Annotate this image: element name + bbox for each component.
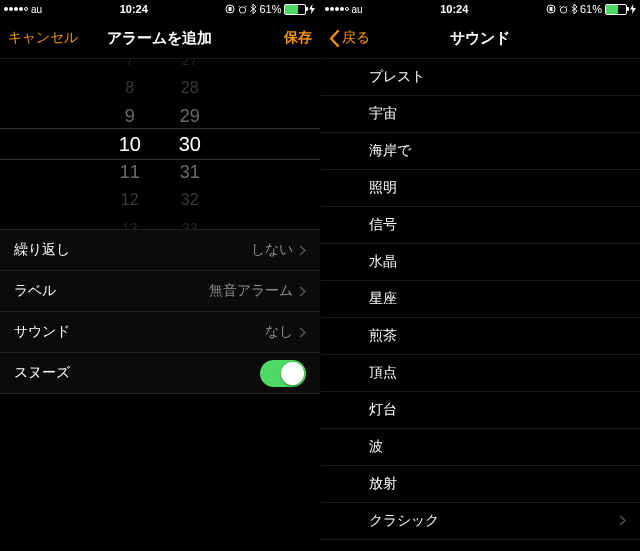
signal-dots-icon xyxy=(325,7,349,11)
rotation-lock-icon xyxy=(225,4,235,14)
minute-column[interactable]: 27 28 29 30 31 32 33 xyxy=(160,59,220,229)
picker-hour-item[interactable]: 13 xyxy=(100,214,160,229)
sound-item-label: 海岸で xyxy=(369,142,411,160)
sound-item[interactable]: 水晶 xyxy=(321,244,641,281)
carrier-label: au xyxy=(31,4,42,15)
rotation-lock-icon xyxy=(546,4,556,14)
repeat-cell[interactable]: 繰り返し しない xyxy=(0,229,320,271)
status-bar: au 10:24 61% xyxy=(0,0,320,18)
picker-hour-item[interactable]: 11 xyxy=(100,158,160,186)
battery-pct: 61% xyxy=(580,3,602,15)
label-label: ラベル xyxy=(14,282,56,300)
svg-line-8 xyxy=(559,5,560,6)
sound-item[interactable]: 星座 xyxy=(321,281,641,318)
sound-item[interactable]: 灯台 xyxy=(321,392,641,429)
sound-cell[interactable]: サウンド なし xyxy=(0,312,320,353)
svg-line-9 xyxy=(566,5,567,6)
svg-line-4 xyxy=(246,5,247,6)
charging-icon xyxy=(630,4,636,14)
chevron-right-icon xyxy=(299,286,306,297)
sound-item-label: 星座 xyxy=(369,290,397,308)
alarm-icon xyxy=(238,5,247,14)
sound-item-label: 煎茶 xyxy=(369,327,397,345)
svg-point-2 xyxy=(240,6,246,12)
settings-list: 繰り返し しない ラベル 無音アラーム サウンド xyxy=(0,229,320,394)
sound-item-label: 信号 xyxy=(369,216,397,234)
picker-minute-item[interactable]: 31 xyxy=(160,158,220,186)
sound-item[interactable]: 頂点 xyxy=(321,355,641,392)
time-picker[interactable]: 7 8 9 10 11 12 13 27 28 29 30 31 32 33 xyxy=(0,59,320,229)
sound-item-label: 水晶 xyxy=(369,253,397,271)
chevron-right-icon xyxy=(299,245,306,256)
bluetooth-icon xyxy=(250,4,256,14)
sound-item-label: プレスト xyxy=(369,68,425,86)
chevron-left-icon xyxy=(329,30,340,47)
sound-item-label: 頂点 xyxy=(369,364,397,382)
label-value: 無音アラーム xyxy=(209,282,293,300)
sound-item-label: 灯台 xyxy=(369,401,397,419)
snooze-switch[interactable] xyxy=(260,360,306,387)
sound-item[interactable]: 信号 xyxy=(321,207,641,244)
sound-item[interactable]: 照明 xyxy=(321,170,641,207)
charging-icon xyxy=(309,4,315,14)
cancel-button[interactable]: キャンセル xyxy=(8,29,78,47)
status-time: 10:24 xyxy=(440,3,468,15)
list-separator xyxy=(321,540,641,551)
picker-hour-item[interactable]: 12 xyxy=(100,186,160,214)
sound-item[interactable]: 宇宙 xyxy=(321,96,641,133)
sound-item-classic[interactable]: クラシック xyxy=(321,503,641,540)
sound-item[interactable]: 波 xyxy=(321,429,641,466)
sound-item-label: 放射 xyxy=(369,475,397,493)
sound-item-label: 波 xyxy=(369,438,383,456)
battery-icon xyxy=(284,4,306,15)
snooze-cell: スヌーズ xyxy=(0,353,320,394)
label-cell[interactable]: ラベル 無音アラーム xyxy=(0,271,320,312)
bluetooth-icon xyxy=(571,4,577,14)
picker-hour-item[interactable]: 7 xyxy=(100,59,160,74)
picker-hour-item[interactable]: 9 xyxy=(100,102,160,130)
picker-hour-item[interactable]: 8 xyxy=(100,74,160,102)
sound-item[interactable]: 海岸で xyxy=(321,133,641,170)
carrier-label: au xyxy=(352,4,363,15)
sound-item-label: 照明 xyxy=(369,179,397,197)
picker-minute-item[interactable]: 32 xyxy=(160,186,220,214)
svg-rect-1 xyxy=(229,7,232,11)
sound-item-label: 宇宙 xyxy=(369,105,397,123)
sound-list[interactable]: プレスト 宇宙 海岸で 照明 信号 水晶 星座 煎茶 頂点 灯台 波 放射 クラ… xyxy=(321,59,641,551)
screen-sound: au 10:24 61% xyxy=(320,0,641,551)
screen-add-alarm: au 10:24 61% キャンセル xyxy=(0,0,320,551)
snooze-label: スヌーズ xyxy=(14,364,70,382)
status-bar: au 10:24 61% xyxy=(321,0,641,18)
chevron-right-icon xyxy=(299,327,306,338)
repeat-value: しない xyxy=(251,241,293,259)
nav-bar: キャンセル アラームを追加 保存 xyxy=(0,18,320,59)
picker-minute-item[interactable]: 33 xyxy=(160,214,220,229)
picker-minute-item[interactable]: 27 xyxy=(160,59,220,74)
hour-column[interactable]: 7 8 9 10 11 12 13 xyxy=(100,59,160,229)
signal-dots-icon xyxy=(4,7,28,11)
battery-pct: 61% xyxy=(259,3,281,15)
svg-rect-6 xyxy=(549,7,552,11)
save-button[interactable]: 保存 xyxy=(284,29,312,47)
nav-bar: 戻る サウンド xyxy=(321,18,641,59)
picker-minute-item[interactable]: 29 xyxy=(160,102,220,130)
svg-point-7 xyxy=(560,6,566,12)
picker-minute-item[interactable]: 28 xyxy=(160,74,220,102)
back-button[interactable]: 戻る xyxy=(329,29,370,47)
status-time: 10:24 xyxy=(120,3,148,15)
sound-label: サウンド xyxy=(14,323,70,341)
alarm-icon xyxy=(559,5,568,14)
picker-hour-selected[interactable]: 10 xyxy=(100,130,160,158)
sound-item[interactable]: プレスト xyxy=(321,59,641,96)
back-label: 戻る xyxy=(342,29,370,47)
sound-item-label: クラシック xyxy=(369,512,439,530)
sound-item[interactable]: 放射 xyxy=(321,466,641,503)
svg-line-3 xyxy=(239,5,240,6)
repeat-label: 繰り返し xyxy=(14,241,70,259)
picker-minute-selected[interactable]: 30 xyxy=(160,130,220,158)
chevron-right-icon xyxy=(619,513,626,529)
battery-icon xyxy=(605,4,627,15)
sound-item[interactable]: 煎茶 xyxy=(321,318,641,355)
sound-value: なし xyxy=(265,323,293,341)
